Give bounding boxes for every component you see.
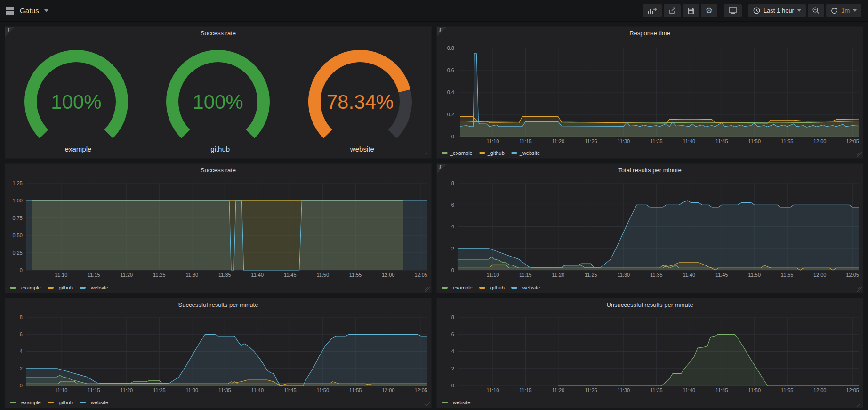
x-axis-label: 11:30 — [186, 272, 199, 278]
panel-resize-handle[interactable] — [857, 287, 862, 292]
refresh-interval-label: 1m — [841, 7, 850, 14]
legend-item-_website[interactable]: _website — [80, 285, 108, 290]
y-axis-label: 0.25 — [13, 250, 23, 256]
legend-item-_example[interactable]: _example — [10, 400, 41, 405]
chevron-down-icon — [853, 9, 857, 12]
legend-swatch — [80, 402, 86, 403]
x-axis-label: 11:55 — [781, 387, 794, 393]
panel-title[interactable]: Successful results per minute — [5, 298, 431, 312]
legend-swatch — [48, 287, 54, 289]
panel-title[interactable]: Unsuccessful results per minute — [437, 298, 863, 312]
legend-swatch — [10, 402, 16, 403]
legend-item-_github[interactable]: _github — [48, 285, 73, 290]
panel-total-results: i Total results per minute 11:1011:1511:… — [436, 163, 863, 293]
x-axis-label: 11:20 — [552, 138, 565, 144]
panel-unsuccessful-results: Unsuccessful results per minute 11:1011:… — [436, 298, 863, 408]
y-axis-label: 1.25 — [13, 180, 23, 186]
legend-label: _website — [450, 400, 470, 405]
legend-label: _github — [488, 285, 505, 290]
gauge-label: _github — [207, 145, 230, 153]
legend-item-_example[interactable]: _example — [10, 285, 41, 290]
dashboard-title-dropdown[interactable]: Gatus — [6, 6, 48, 15]
panel-title[interactable]: Response time — [437, 27, 863, 40]
x-axis-label: 11:35 — [218, 387, 231, 393]
legend-item-_github[interactable]: _github — [479, 285, 505, 290]
y-axis-label: 1.00 — [13, 198, 23, 203]
y-axis-label: 8 — [20, 314, 23, 320]
panel-title[interactable]: Total results per minute — [437, 164, 863, 177]
y-axis-label: 0 — [451, 134, 454, 139]
y-axis-label: 2 — [451, 246, 454, 251]
add-panel-button[interactable] — [643, 4, 662, 17]
legend-item-_github[interactable]: _github — [479, 150, 505, 156]
panel-resize-handle[interactable] — [857, 152, 862, 157]
legend-label: _github — [56, 400, 73, 405]
time-range-label: Last 1 hour — [764, 7, 794, 14]
legend-swatch — [442, 287, 448, 289]
x-axis-label: 11:20 — [121, 387, 133, 393]
y-axis-label: 4 — [451, 224, 454, 229]
legend-label: _github — [56, 285, 73, 290]
zoom-out-icon — [812, 7, 820, 14]
info-icon[interactable]: i — [437, 27, 447, 37]
x-axis-label: 11:35 — [650, 138, 663, 144]
save-button[interactable] — [683, 4, 699, 17]
x-axis-label: 11:55 — [781, 272, 794, 278]
panel-resize-handle[interactable] — [425, 287, 430, 292]
time-series-chart[interactable]: 11:1011:1511:2011:2511:3011:3511:4011:45… — [5, 177, 431, 294]
x-axis-label: 11:15 — [88, 387, 100, 393]
x-axis-label: 11:35 — [218, 272, 231, 278]
info-icon[interactable]: i — [5, 27, 15, 37]
y-axis-label: 8 — [451, 180, 454, 186]
legend-label: _example — [18, 400, 41, 405]
time-series-chart[interactable]: 11:1011:1511:2011:2511:3011:3511:4011:45… — [5, 312, 431, 409]
refresh-icon — [831, 8, 838, 14]
time-series-chart[interactable]: 11:1011:1511:2011:2511:3011:3511:4011:45… — [437, 40, 863, 159]
y-axis-label: 0.4 — [447, 89, 454, 95]
panel-title[interactable]: Success rate — [5, 27, 431, 40]
time-series-chart[interactable]: 11:1011:1511:2011:2511:3011:3511:4011:45… — [437, 312, 863, 409]
y-axis-label: 6 — [451, 202, 454, 208]
tv-mode-button[interactable] — [724, 4, 742, 17]
x-axis-label: 11:30 — [618, 272, 630, 278]
x-axis-label: 12:05 — [846, 387, 859, 393]
y-axis-label: 4 — [451, 348, 454, 354]
series-area-_website — [26, 334, 427, 386]
legend-item-_website[interactable]: _website — [80, 400, 108, 405]
x-axis-label: 11:10 — [55, 387, 68, 393]
chart-legend: _example_github_website — [10, 285, 108, 290]
settings-button[interactable]: ⚙ — [701, 4, 717, 17]
refresh-picker[interactable]: 1m — [826, 4, 861, 17]
legend-item-_website[interactable]: _website — [511, 285, 540, 290]
legend-item-_example[interactable]: _example — [442, 150, 473, 156]
legend-item-_github[interactable]: _github — [48, 400, 73, 405]
zoom-out-button[interactable] — [808, 4, 824, 17]
legend-swatch — [511, 152, 517, 154]
panel-resize-handle[interactable] — [857, 402, 862, 407]
info-icon[interactable]: i — [437, 164, 447, 174]
legend-label: _website — [88, 400, 108, 405]
time-range-picker[interactable]: Last 1 hour — [748, 4, 806, 17]
x-axis-label: 11:50 — [316, 272, 329, 278]
x-axis-label: 11:55 — [349, 387, 362, 393]
panel-title[interactable]: Success rate — [5, 164, 431, 177]
x-axis-label: 11:45 — [715, 387, 728, 393]
legend-swatch — [10, 287, 16, 289]
y-axis-label: 2 — [451, 366, 454, 371]
time-series-chart[interactable]: 11:1011:1511:2011:2511:3011:3511:4011:45… — [437, 177, 863, 294]
legend-item-_website[interactable]: _website — [511, 150, 540, 156]
x-axis-label: 11:40 — [251, 272, 264, 278]
x-axis-label: 11:30 — [618, 387, 630, 393]
panel-resize-handle[interactable] — [425, 152, 430, 157]
panel-resize-handle[interactable] — [425, 402, 430, 407]
legend-item-_website[interactable]: _website — [442, 400, 470, 405]
x-axis-label: 11:15 — [519, 272, 532, 278]
x-axis-label: 11:55 — [781, 138, 794, 144]
x-axis-label: 11:10 — [487, 387, 499, 393]
gauge-value: 100% — [51, 91, 101, 113]
x-axis-label: 12:00 — [813, 272, 826, 278]
y-axis-label: 0.2 — [447, 112, 454, 117]
chart-legend: _example_github_website — [442, 285, 540, 290]
legend-item-_example[interactable]: _example — [442, 285, 473, 290]
share-button[interactable] — [664, 4, 681, 17]
